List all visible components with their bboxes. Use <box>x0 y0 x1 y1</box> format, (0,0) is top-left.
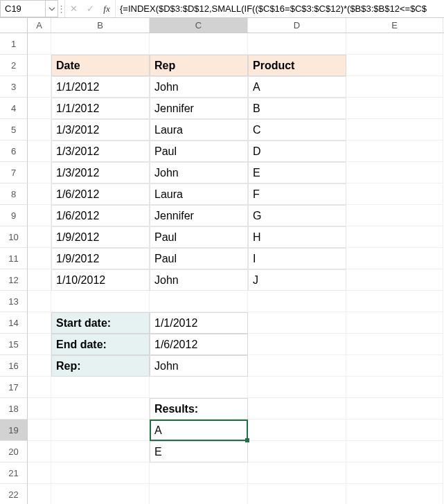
cell-A6[interactable] <box>28 141 51 162</box>
cell-A20[interactable] <box>28 441 51 462</box>
cell-D2[interactable]: Product <box>248 55 346 76</box>
cell-E2[interactable] <box>346 55 443 76</box>
cell-B22[interactable] <box>51 484 150 504</box>
row-header-13[interactable]: 13 <box>0 291 28 312</box>
cell-E8[interactable] <box>346 183 443 205</box>
col-header-A[interactable]: A <box>28 18 51 33</box>
cell-E1[interactable] <box>346 33 443 55</box>
cell-C12[interactable]: John <box>150 269 248 291</box>
cell-E6[interactable] <box>346 141 443 162</box>
row-header-10[interactable]: 10 <box>0 226 28 248</box>
cell-C14[interactable]: 1/1/2012 <box>150 312 248 334</box>
cell-A10[interactable] <box>28 226 51 248</box>
cell-D5[interactable]: C <box>248 119 346 141</box>
cell-B18[interactable] <box>51 398 150 420</box>
cell-D6[interactable]: D <box>248 141 346 162</box>
row-header-19[interactable]: 19 <box>0 420 28 441</box>
cell-A14[interactable] <box>28 312 51 334</box>
cell-D18[interactable] <box>248 398 346 420</box>
cell-C13[interactable] <box>150 291 248 312</box>
cell-A5[interactable] <box>28 119 51 141</box>
cell-E11[interactable] <box>346 248 443 269</box>
cell-C4[interactable]: Jennifer <box>150 98 248 119</box>
row-header-22[interactable]: 22 <box>0 484 28 504</box>
cell-B20[interactable] <box>51 441 150 462</box>
cell-E17[interactable] <box>346 377 443 398</box>
cell-A13[interactable] <box>28 291 51 312</box>
row-header-17[interactable]: 17 <box>0 377 28 398</box>
cell-B14[interactable]: Start date: <box>51 312 150 334</box>
cell-C19[interactable]: A <box>150 420 248 441</box>
row-header-6[interactable]: 6 <box>0 141 28 162</box>
cell-B12[interactable]: 1/10/2012 <box>51 269 150 291</box>
row-header-8[interactable]: 8 <box>0 183 28 205</box>
cell-C21[interactable] <box>150 462 248 484</box>
cell-D22[interactable] <box>248 484 346 504</box>
cell-A2[interactable] <box>28 55 51 76</box>
formula-input[interactable]: {=INDEX($D$3:$D$12,SMALL(IF(($C$16=$C$3:… <box>116 0 444 17</box>
cell-D12[interactable]: J <box>248 269 346 291</box>
cell-E15[interactable] <box>346 334 443 355</box>
col-header-E[interactable]: E <box>346 18 443 33</box>
cell-E9[interactable] <box>346 205 443 226</box>
cell-E20[interactable] <box>346 441 443 462</box>
row-header-5[interactable]: 5 <box>0 119 28 141</box>
cell-C20[interactable]: E <box>150 441 248 462</box>
cell-B5[interactable]: 1/3/2012 <box>51 119 150 141</box>
cell-B9[interactable]: 1/6/2012 <box>51 205 150 226</box>
col-header-D[interactable]: D <box>248 18 346 33</box>
col-header-B[interactable]: B <box>51 18 150 33</box>
cell-C11[interactable]: Paul <box>150 248 248 269</box>
cell-E3[interactable] <box>346 76 443 98</box>
cell-A4[interactable] <box>28 98 51 119</box>
row-header-16[interactable]: 16 <box>0 355 28 377</box>
row-header-15[interactable]: 15 <box>0 334 28 355</box>
cell-C22[interactable] <box>150 484 248 504</box>
cell-D8[interactable]: F <box>248 183 346 205</box>
cell-D3[interactable]: A <box>248 76 346 98</box>
cancel-formula-button[interactable]: ✕ <box>65 0 82 17</box>
cell-A9[interactable] <box>28 205 51 226</box>
cell-B17[interactable] <box>51 377 150 398</box>
cell-E10[interactable] <box>346 226 443 248</box>
cell-D15[interactable] <box>248 334 346 355</box>
cell-A11[interactable] <box>28 248 51 269</box>
cell-B3[interactable]: 1/1/2012 <box>51 76 150 98</box>
cell-E21[interactable] <box>346 462 443 484</box>
cell-C8[interactable]: Laura <box>150 183 248 205</box>
col-header-C[interactable]: C <box>150 18 248 33</box>
cell-E7[interactable] <box>346 162 443 183</box>
row-header-7[interactable]: 7 <box>0 162 28 183</box>
confirm-formula-button[interactable]: ✓ <box>82 0 98 17</box>
cell-A16[interactable] <box>28 355 51 377</box>
row-header-21[interactable]: 21 <box>0 462 28 484</box>
row-header-2[interactable]: 2 <box>0 55 28 76</box>
cell-D21[interactable] <box>248 462 346 484</box>
cell-C16[interactable]: John <box>150 355 248 377</box>
cell-B1[interactable] <box>51 33 150 55</box>
cell-A22[interactable] <box>28 484 51 504</box>
cell-C9[interactable]: Jennifer <box>150 205 248 226</box>
cell-B10[interactable]: 1/9/2012 <box>51 226 150 248</box>
cell-A15[interactable] <box>28 334 51 355</box>
cell-B7[interactable]: 1/3/2012 <box>51 162 150 183</box>
cell-D16[interactable] <box>248 355 346 377</box>
cell-D4[interactable]: B <box>248 98 346 119</box>
cell-C18[interactable]: Results: <box>150 398 248 420</box>
cell-C15[interactable]: 1/6/2012 <box>150 334 248 355</box>
cell-D20[interactable] <box>248 441 346 462</box>
row-header-1[interactable]: 1 <box>0 33 28 55</box>
cell-C6[interactable]: Paul <box>150 141 248 162</box>
cell-D10[interactable]: H <box>248 226 346 248</box>
cell-D7[interactable]: E <box>248 162 346 183</box>
cell-A7[interactable] <box>28 162 51 183</box>
cell-D14[interactable] <box>248 312 346 334</box>
cell-C17[interactable] <box>150 377 248 398</box>
cell-E12[interactable] <box>346 269 443 291</box>
cell-E14[interactable] <box>346 312 443 334</box>
row-header-14[interactable]: 14 <box>0 312 28 334</box>
cell-A18[interactable] <box>28 398 51 420</box>
cell-C3[interactable]: John <box>150 76 248 98</box>
row-header-20[interactable]: 20 <box>0 441 28 462</box>
row-header-11[interactable]: 11 <box>0 248 28 269</box>
